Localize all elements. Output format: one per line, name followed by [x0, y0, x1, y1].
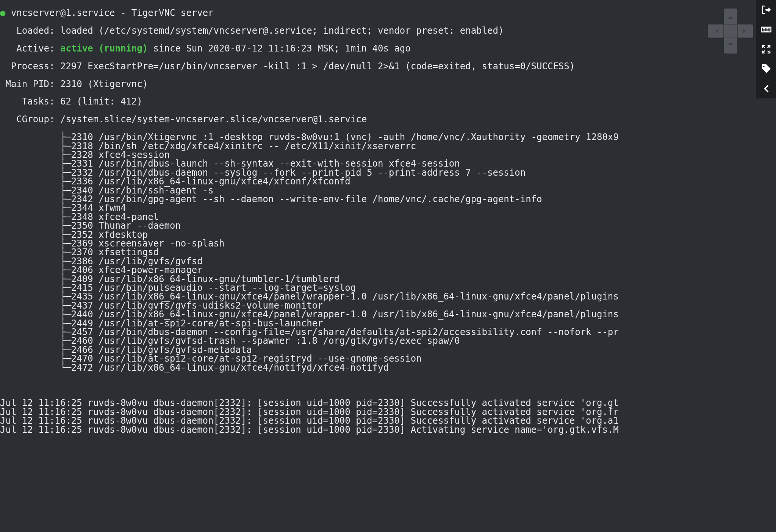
active-line: Active: active (running) since Sun 2020-… — [0, 44, 776, 53]
exit-icon — [760, 4, 772, 16]
mainpid-key: Main PID: — [5, 79, 55, 89]
journal-log: Jul 12 11:16:25 ruvds-8w0vu dbus-daemon[… — [0, 399, 776, 434]
loaded-line: Loaded: loaded (/etc/systemd/system/vncs… — [0, 27, 776, 35]
loaded-key: Loaded: — [16, 25, 55, 36]
process-value: 2297 ExecStartPre=/usr/bin/vncserver -ki… — [60, 61, 575, 72]
tasks-key: Tasks: — [22, 96, 55, 107]
fullscreen-button[interactable] — [756, 39, 776, 59]
cgroup-tree-row: ├─2310 /usr/bin/Xtigervnc :1 -desktop ru… — [0, 133, 776, 142]
keyboard-button[interactable] — [756, 20, 776, 39]
loaded-value: loaded (/etc/systemd/system/vncserver@.s… — [60, 25, 504, 36]
cgroup-tree: ├─2310 /usr/bin/Xtigervnc :1 -desktop ru… — [0, 133, 776, 372]
tasks-value: 62 (limit: 412) — [60, 96, 142, 107]
cgroup-key: CGroup: — [16, 114, 55, 125]
keyboard-icon — [760, 24, 772, 35]
mainpid-line: Main PID: 2310 (Xtigervnc) — [0, 80, 776, 89]
dpad-down-button[interactable] — [724, 38, 737, 54]
service-header-line: ● vncserver@1.service - TigerVNC server — [0, 9, 776, 17]
active-rest: since Sun 2020-07-12 11:16:23 MSK; 1min … — [153, 43, 411, 54]
process-line: Process: 2297 ExecStartPre=/usr/bin/vncs… — [0, 62, 776, 71]
active-status: active (running) — [60, 43, 148, 54]
fullscreen-icon — [760, 44, 772, 55]
collapse-button[interactable] — [756, 79, 776, 98]
log-line: Jul 12 11:16:25 ruvds-8w0vu dbus-daemon[… — [0, 426, 776, 434]
tag-button[interactable] — [756, 59, 776, 79]
blank-line — [0, 381, 776, 390]
status-dot-icon: ● — [0, 8, 5, 18]
process-key: Process: — [11, 61, 55, 72]
mainpid-value: 2310 (Xtigervnc) — [60, 79, 148, 89]
cgroup-line: CGroup: /system.slice/system-vncserver.s… — [0, 115, 776, 124]
service-header-text: vncserver@1.service - TigerVNC server — [11, 8, 214, 18]
vnc-viewer-window: ● vncserver@1.service - TigerVNC server … — [0, 0, 776, 532]
dpad-center-button[interactable] — [724, 24, 737, 38]
tasks-line: Tasks: 62 (limit: 412) — [0, 97, 776, 106]
dpad-up-button[interactable] — [724, 8, 737, 24]
tag-icon — [760, 63, 772, 75]
vnc-toolbar — [756, 0, 776, 98]
dpad-right-button[interactable] — [737, 24, 753, 38]
active-key: Active: — [16, 43, 55, 54]
terminal-output[interactable]: ● vncserver@1.service - TigerVNC server … — [0, 0, 776, 532]
chevron-left-icon — [760, 83, 772, 94]
navigation-dpad[interactable] — [708, 8, 753, 54]
dpad-left-button[interactable] — [708, 24, 724, 38]
exit-button[interactable] — [756, 0, 776, 20]
log-line: Jul 12 11:16:25 ruvds-8w0vu dbus-daemon[… — [0, 417, 776, 425]
cgroup-tree-row: └─2472 /usr/lib/x86_64-linux-gnu/xfce4/n… — [0, 364, 776, 372]
cgroup-value: /system.slice/system-vncserver.slice/vnc… — [60, 114, 367, 125]
